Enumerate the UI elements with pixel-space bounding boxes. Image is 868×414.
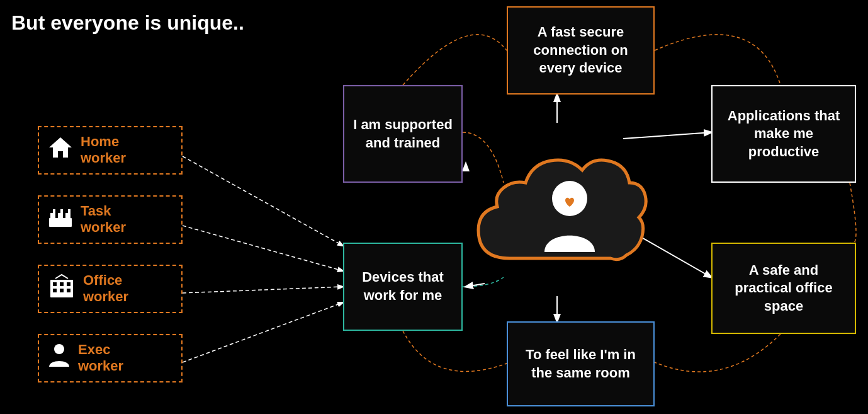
same-room-box: To feel like I'm in the same room	[507, 321, 655, 406]
svg-rect-21	[67, 282, 70, 286]
factory-icon	[48, 204, 73, 235]
safe-office-text: A safe and practical office space	[721, 262, 846, 316]
svg-rect-11	[49, 218, 72, 227]
svg-rect-15	[53, 209, 55, 214]
svg-line-2	[183, 287, 343, 293]
applications-text: Applications that make me productive	[721, 107, 846, 161]
office-worker-box: Officeworker	[38, 265, 183, 313]
exec-person-icon	[48, 343, 70, 374]
svg-rect-16	[60, 209, 63, 214]
office-worker-label: Officeworker	[83, 272, 128, 306]
devices-box: Devices that work for me	[343, 243, 463, 331]
safe-office-box: A safe and practical office space	[711, 243, 856, 334]
devices-text: Devices that work for me	[353, 268, 453, 304]
fast-connection-text: A fast secure connection on every device	[517, 23, 645, 78]
task-worker-box: Taskworker	[38, 195, 183, 244]
page-title: But everyone is unique..	[11, 11, 244, 35]
fast-connection-box: A fast secure connection on every device	[507, 6, 655, 95]
supported-trained-text: I am supported and trained	[353, 116, 453, 152]
home-icon	[48, 135, 73, 166]
svg-rect-19	[53, 282, 57, 286]
svg-rect-24	[67, 289, 70, 292]
exec-worker-box: Execworker	[38, 334, 183, 382]
svg-rect-23	[60, 289, 64, 292]
supported-trained-box: I am supported and trained	[343, 85, 463, 183]
cloud-diagram	[459, 120, 655, 296]
exec-worker-label: Execworker	[78, 342, 123, 375]
svg-rect-25	[59, 294, 64, 297]
office-building-icon	[48, 273, 76, 304]
svg-point-27	[552, 181, 587, 216]
home-worker-box: Homeworker	[38, 126, 183, 175]
svg-rect-22	[53, 289, 57, 292]
home-worker-label: Homeworker	[81, 134, 126, 167]
applications-box: Applications that make me productive	[711, 85, 856, 183]
svg-marker-10	[49, 137, 72, 158]
svg-line-1	[183, 226, 343, 271]
svg-point-26	[54, 344, 64, 354]
svg-rect-17	[68, 209, 70, 214]
svg-line-3	[183, 302, 343, 362]
svg-rect-20	[60, 282, 64, 286]
task-worker-label: Taskworker	[81, 203, 126, 236]
svg-line-0	[183, 156, 343, 246]
same-room-text: To feel like I'm in the same room	[517, 346, 645, 382]
